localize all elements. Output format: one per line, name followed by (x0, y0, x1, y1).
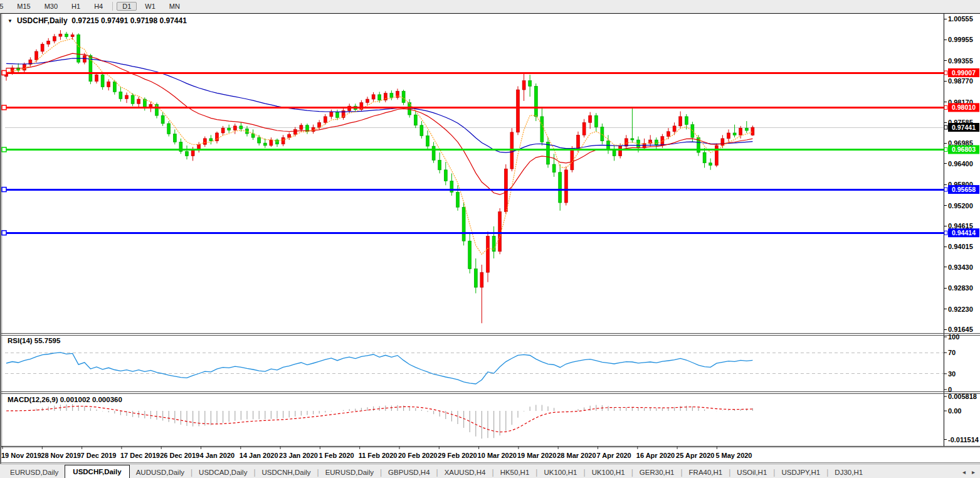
chart-tab-strip: EURUSD,DailyUSDCHF,DailyAUDUSD,Daily|USD… (4, 465, 869, 478)
timeframe-button-m5[interactable]: M5 (0, 2, 9, 11)
chart-tab-usdcnh-daily[interactable]: USDCNH,Daily (256, 467, 317, 478)
hline-left-handle[interactable] (2, 105, 6, 110)
date-label: 1 Feb 2020 (319, 452, 354, 459)
date-label: 5 May 2020 (715, 452, 752, 459)
current-price-label: 0.97441 (952, 124, 976, 131)
chart-tab-xauusd-h4[interactable]: XAUUSD,H4 (438, 467, 492, 478)
chart-canvas[interactable]: 1.005550.999550.993550.987700.981700.975… (0, 0, 980, 478)
price-tick-label: 0.91645 (948, 326, 973, 333)
date-label: 25 Apr 2020 (676, 452, 714, 459)
chart-tab-usdjpy-h1[interactable]: USDJPY,H1 (775, 467, 826, 478)
macd-indicator-label: MACD(12,26,9) 0.001002 0.000360 (8, 396, 122, 403)
chart-tab-audusd-daily[interactable]: AUDUSD,Daily (130, 467, 191, 478)
timeframe-button-m15[interactable]: M15 (11, 2, 36, 11)
current-price-handle[interactable] (944, 125, 947, 129)
date-label: 17 Dec 2019 (120, 452, 160, 459)
date-label: 28 Mar 2020 (557, 452, 596, 459)
ohlc-low: 0.97198 (130, 16, 157, 25)
date-label: 16 Apr 2020 (636, 452, 675, 459)
rsi-indicator-label: RSI(14) 55.7595 (8, 337, 60, 344)
price-tick-label: 0.99355 (948, 57, 973, 65)
price-tick-label: 0.93430 (948, 263, 973, 271)
timeframe-button-h4[interactable]: H4 (88, 2, 108, 11)
ohlc-close: 0.97441 (159, 16, 186, 25)
hline-price-label: 0.98010 (952, 104, 976, 111)
rsi-tick-label: 30 (948, 370, 956, 378)
rsi-tick-label: 100 (948, 333, 959, 341)
hline-0.94414[interactable] (5, 232, 944, 234)
macd-tick-label: 0.005818 (948, 393, 977, 400)
timeframe-button-d1[interactable]: D1 (117, 2, 137, 11)
hline-0.98010[interactable] (5, 107, 944, 109)
price-tick-label: 0.94015 (948, 243, 973, 250)
chart-tab-eurusd-daily[interactable]: EURUSD,Daily (319, 467, 380, 478)
date-label: 20 Feb 2020 (398, 452, 437, 459)
tab-nav: ◂ ▸ (962, 465, 980, 478)
chart-tab-eurusd-daily[interactable]: EURUSD,Daily (4, 467, 65, 478)
hline-price-handle[interactable] (944, 147, 947, 151)
hline-0.99007[interactable] (5, 72, 944, 74)
price-tick-label: 0.99955 (948, 36, 973, 43)
date-label: 11 Feb 2020 (359, 452, 398, 459)
timeframe-toolbar: M5M15M30H1H4D1W1MN (0, 0, 980, 13)
hline-price-label: 0.96803 (952, 146, 976, 153)
price-tick-label: 0.98770 (948, 77, 973, 85)
date-label: 14 Jan 2020 (240, 452, 278, 459)
date-label: 7 Dec 2019 (81, 452, 117, 459)
date-label: 10 Mar 2020 (478, 452, 517, 459)
hline-price-label: 0.99007 (952, 69, 976, 77)
chart-tab-dj30-h1[interactable]: DJ30,H1 (828, 467, 869, 478)
hline-0.95658[interactable] (5, 189, 944, 191)
date-label: 23 Jan 2020 (279, 452, 318, 459)
timeframe-button-h1[interactable]: H1 (66, 2, 86, 11)
chart-tab-uk100-h1[interactable]: UK100,H1 (537, 467, 583, 478)
price-tick-label: 0.92230 (948, 305, 973, 313)
hline-left-handle[interactable] (2, 188, 6, 192)
date-label: 19 Mar 2020 (517, 452, 556, 459)
chart-tab-bar: EURUSD,DailyUSDCHF,DailyAUDUSD,Daily|USD… (0, 464, 980, 478)
chart-background[interactable] (1, 14, 980, 463)
date-label: 19 Nov 2019 (1, 452, 41, 459)
chart-tab-hk50-h1[interactable]: HK50,H1 (494, 467, 536, 478)
price-tick-label: 1.00555 (948, 15, 973, 23)
macd-tick-label: 0.00 (948, 407, 961, 415)
mt4-application-window: M5M15M30H1H4D1W1MN ▼USDCHF,Daily 0.97215… (0, 0, 980, 478)
hline-price-handle[interactable] (944, 71, 947, 75)
chart-tab-usdchf-daily[interactable]: USDCHF,Daily (65, 465, 129, 478)
hline-price-label: 0.94414 (952, 229, 976, 236)
price-tick-label: 0.95200 (948, 202, 973, 210)
timeframe-button-m30[interactable]: M30 (39, 2, 63, 11)
chart-tab-gbpusd-h4[interactable]: GBPUSD,H4 (382, 467, 436, 478)
date-label: 28 Nov 2019 (41, 452, 81, 459)
timeframe-button-mn[interactable]: MN (164, 2, 186, 11)
tab-scroll-left-icon[interactable]: ◂ (962, 469, 966, 475)
date-label: 29 Feb 2020 (438, 452, 477, 459)
chart-tab-ger30-h1[interactable]: GER30,H1 (633, 467, 681, 478)
chart-tab-fra40-h1[interactable]: FRA40,H1 (683, 467, 729, 478)
hline-price-handle[interactable] (944, 231, 947, 235)
chart-tab-uk100-h1[interactable]: UK100,H1 (586, 467, 631, 478)
macd-tick-label: -0.011514 (948, 436, 979, 443)
hline-price-handle[interactable] (944, 188, 947, 191)
hline-left-handle[interactable] (2, 231, 6, 235)
tab-scroll-right-icon[interactable]: ▸ (972, 469, 975, 475)
hline-price-handle[interactable] (944, 105, 947, 109)
date-label: 26 Dec 2019 (160, 452, 199, 459)
chart-tab-usdcad-daily[interactable]: USDCAD,Daily (192, 467, 253, 478)
chart-symbol-label: USDCHF,Daily (17, 16, 68, 25)
chart-title: ▼USDCHF,Daily 0.97215 0.97491 0.97198 0.… (8, 16, 187, 25)
hline-left-handle[interactable] (2, 71, 6, 75)
hline-0.96803[interactable] (5, 149, 944, 151)
price-tick-label: 0.96400 (948, 160, 973, 167)
hline-left-handle[interactable] (2, 147, 6, 152)
toolbar-separator (112, 2, 113, 11)
timeframe-strip: M5M15M30H1H4D1W1MN (0, 0, 980, 13)
symbol-dropdown-icon[interactable]: ▼ (8, 18, 13, 24)
timeframe-button-w1[interactable]: W1 (139, 2, 161, 11)
price-tick-label: 0.92830 (948, 284, 973, 292)
hline-price-label: 0.95658 (952, 186, 976, 193)
ohlc-open: 0.97215 (71, 16, 98, 25)
chart-tab-usoil-h1[interactable]: USOil,H1 (730, 467, 773, 478)
date-label: 7 Apr 2020 (597, 452, 631, 459)
rsi-tick-label: 70 (948, 349, 956, 356)
